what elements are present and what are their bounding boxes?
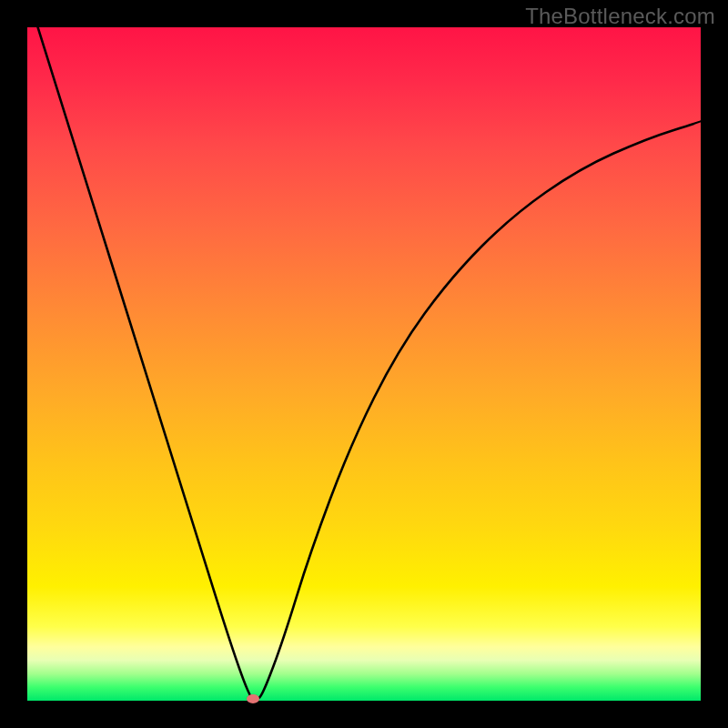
curve-svg: [27, 27, 701, 701]
watermark-text: TheBottleneck.com: [525, 4, 715, 29]
chart-stage: TheBottleneck.com: [0, 0, 728, 728]
min-marker: [247, 694, 259, 703]
plot-area: [27, 27, 701, 701]
bottleneck-curve-path: [27, 0, 701, 700]
